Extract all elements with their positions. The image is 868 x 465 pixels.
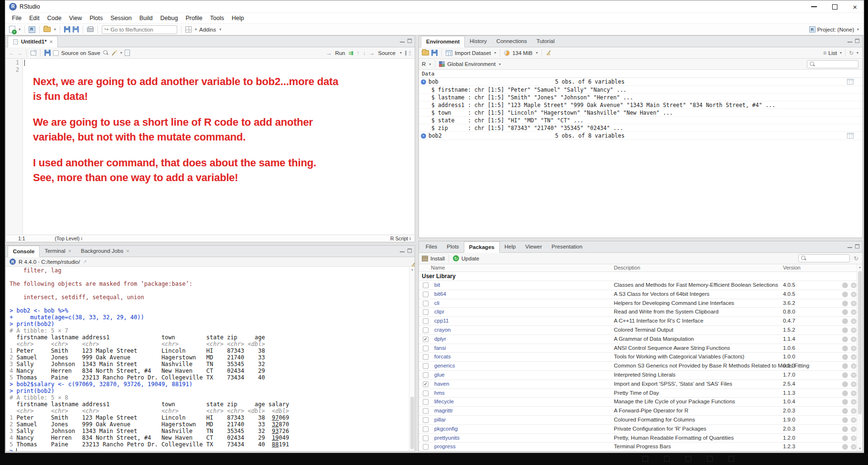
view-data-grid-icon[interactable] — [847, 133, 854, 139]
package-loaded-checkbox[interactable] — [423, 292, 429, 297]
package-link[interactable]: generics — [434, 363, 455, 368]
source-caret-icon[interactable]: ▾ — [400, 51, 402, 55]
browse-package-icon[interactable] — [842, 417, 848, 423]
tab-packages[interactable]: Packages — [464, 241, 500, 253]
pane-maximize-icon[interactable] — [407, 39, 412, 43]
package-loaded-checkbox[interactable] — [423, 417, 429, 423]
list-view-label[interactable]: List — [828, 50, 837, 56]
tab-tutorial[interactable]: Tutorial — [532, 35, 559, 47]
remove-package-icon[interactable]: × — [851, 282, 857, 288]
package-loaded-checkbox[interactable]: ✓ — [423, 336, 429, 342]
package-loaded-checkbox[interactable] — [423, 363, 429, 369]
taskbar-icon[interactable] — [707, 456, 713, 462]
refresh-caret-icon[interactable]: ▾ — [857, 51, 858, 55]
package-link[interactable]: crayon — [434, 327, 451, 333]
load-workspace-icon[interactable] — [422, 50, 429, 55]
package-link[interactable]: cli — [434, 300, 439, 306]
tab-plots[interactable]: Plots — [442, 241, 464, 252]
import-dataset-icon[interactable] — [446, 50, 452, 56]
menu-help[interactable]: Help — [228, 15, 248, 22]
remove-package-icon[interactable]: × — [851, 417, 857, 423]
packages-search-input[interactable] — [809, 256, 847, 261]
refresh-packages-icon[interactable]: ↻ — [854, 255, 858, 262]
show-in-new-window-icon[interactable] — [31, 51, 36, 55]
package-link[interactable]: pillar — [434, 417, 446, 422]
maximize-button[interactable] — [832, 4, 837, 10]
package-link[interactable]: bit — [434, 282, 440, 288]
expand-icon[interactable]: ▸ — [421, 133, 426, 139]
env-object-row-bob2[interactable]: ▸bob25 obs. of 8 variables — [419, 132, 862, 140]
new-file-caret-icon[interactable]: ▾ — [19, 27, 21, 32]
package-link[interactable]: cpp11 — [434, 318, 449, 324]
clear-objects-icon[interactable] — [546, 50, 552, 56]
package-link[interactable]: clipr — [434, 309, 444, 314]
package-loaded-checkbox[interactable]: ✓ — [423, 381, 429, 387]
package-link[interactable]: hms — [434, 390, 445, 396]
browse-package-icon[interactable] — [842, 381, 848, 387]
remove-package-icon[interactable]: × — [851, 354, 857, 360]
pane-minimize-icon[interactable] — [847, 39, 852, 43]
remove-package-icon[interactable]: × — [851, 292, 857, 297]
browse-package-icon[interactable] — [842, 292, 848, 297]
pane-layout-icon[interactable] — [185, 26, 192, 32]
r-version-icon[interactable]: R — [10, 259, 16, 265]
tab-untitled1-[interactable]: Untitled1*× — [8, 36, 58, 47]
remove-package-icon[interactable]: × — [851, 408, 857, 414]
import-dataset-caret-icon[interactable]: ▾ — [494, 51, 496, 55]
menu-plots[interactable]: Plots — [86, 15, 107, 22]
package-loaded-checkbox[interactable] — [423, 435, 429, 441]
minimize-button[interactable] — [811, 6, 817, 7]
environment-search-box[interactable] — [807, 60, 858, 68]
remove-package-icon[interactable]: × — [851, 444, 857, 450]
package-loaded-checkbox[interactable] — [423, 346, 429, 351]
remove-package-icon[interactable]: × — [851, 309, 857, 315]
environment-search-input[interactable] — [817, 61, 856, 67]
environment-selector[interactable]: Global Environment — [447, 61, 495, 67]
install-button[interactable]: Install — [430, 256, 445, 261]
import-dataset-button[interactable]: Import Dataset — [455, 50, 491, 56]
package-loaded-checkbox[interactable] — [423, 354, 429, 360]
remove-package-icon[interactable]: × — [851, 327, 857, 333]
tab-viewer[interactable]: Viewer — [521, 241, 547, 252]
menu-profile[interactable]: Profile — [182, 15, 206, 22]
tab-presentation[interactable]: Presentation — [547, 241, 588, 252]
forward-icon[interactable]: → — [17, 50, 22, 56]
env-object-row-bob[interactable]: ▾bob5 obs. of 6 variables — [419, 78, 862, 86]
print-icon[interactable] — [87, 27, 94, 32]
tab-connections[interactable]: Connections — [492, 35, 532, 47]
package-loaded-checkbox[interactable] — [423, 301, 429, 306]
browse-package-icon[interactable] — [842, 301, 848, 306]
save-all-icon[interactable] — [73, 26, 79, 32]
remove-package-icon[interactable]: × — [851, 336, 857, 342]
pane-maximize-icon[interactable] — [855, 39, 859, 43]
package-link[interactable]: pkgconfig — [434, 426, 458, 432]
remove-package-icon[interactable]: × — [851, 381, 857, 387]
scrollbar-thumb[interactable] — [410, 397, 414, 449]
scroll-down-icon[interactable]: ▼ — [857, 447, 863, 450]
package-link[interactable]: dplyr — [434, 336, 446, 342]
run-button[interactable]: Run — [335, 50, 345, 56]
memory-usage-label[interactable]: 134 MiB — [512, 50, 532, 56]
package-link[interactable]: forcats — [434, 354, 451, 359]
source-icon[interactable]: → — [369, 50, 375, 56]
browse-package-icon[interactable] — [842, 363, 848, 369]
file-type-selector[interactable]: R Script ▴▾ — [390, 236, 411, 241]
package-link[interactable]: bit64 — [434, 291, 446, 297]
tab-background-jobs[interactable]: Background Jobs× — [76, 245, 134, 257]
list-view-caret-icon[interactable]: ▾ — [840, 51, 842, 55]
package-loaded-checkbox[interactable] — [423, 390, 429, 396]
memory-usage-icon[interactable] — [504, 50, 510, 56]
scope-selector[interactable]: (Top Level) ▴▾ — [55, 236, 83, 241]
remove-package-icon[interactable]: × — [851, 426, 857, 432]
language-caret-icon[interactable]: ▾ — [429, 62, 431, 66]
menu-code[interactable]: Code — [43, 15, 65, 22]
package-loaded-checkbox[interactable] — [423, 318, 429, 324]
tab-close-icon[interactable]: × — [126, 248, 129, 254]
taskbar-icon[interactable] — [664, 456, 670, 462]
open-file-icon[interactable] — [43, 27, 51, 32]
package-loaded-checkbox[interactable] — [423, 327, 429, 333]
compile-report-icon[interactable] — [125, 50, 130, 56]
view-data-grid-icon[interactable] — [847, 79, 854, 85]
scrollbar-thumb[interactable] — [858, 271, 862, 414]
save-icon[interactable] — [64, 26, 70, 32]
